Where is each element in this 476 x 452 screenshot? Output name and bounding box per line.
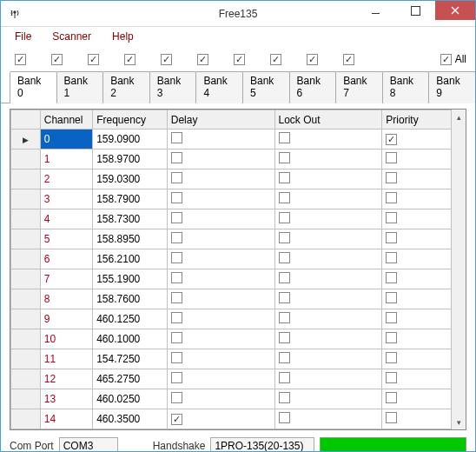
cell-frequency[interactable]: 154.7250: [93, 349, 168, 369]
lockout-checkbox[interactable]: [279, 392, 290, 403]
cell-delay[interactable]: [167, 209, 274, 229]
delay-checkbox[interactable]: [171, 152, 182, 163]
tab-bank-1[interactable]: Bank 1: [56, 71, 104, 103]
delay-checkbox[interactable]: [171, 272, 182, 283]
lockout-checkbox[interactable]: [279, 172, 290, 183]
bank-check-4[interactable]: [161, 54, 172, 65]
col-delay[interactable]: Delay: [167, 110, 274, 130]
delay-checkbox[interactable]: [171, 192, 182, 203]
channel-grid[interactable]: Channel Frequency Delay Lock Out Priorit…: [10, 110, 466, 429]
priority-checkbox[interactable]: [386, 192, 397, 203]
lockout-checkbox[interactable]: [279, 272, 290, 283]
table-row[interactable]: 13460.0250: [11, 389, 466, 409]
table-row[interactable]: 8158.7600: [11, 289, 466, 309]
cell-frequency[interactable]: 159.0300: [93, 170, 168, 189]
table-row[interactable]: 11154.7250: [11, 349, 466, 369]
delay-checkbox[interactable]: [171, 352, 182, 363]
cell-frequency[interactable]: 460.1000: [93, 329, 168, 349]
col-channel[interactable]: Channel: [40, 110, 92, 130]
cell-delay[interactable]: [167, 389, 274, 409]
lockout-checkbox[interactable]: [279, 252, 290, 263]
cell-channel[interactable]: 3: [40, 189, 92, 209]
cell-channel[interactable]: 10: [40, 329, 92, 349]
cell-channel[interactable]: 6: [40, 249, 92, 269]
table-row[interactable]: 6156.2100: [11, 249, 466, 269]
bank-check-3[interactable]: [124, 54, 136, 65]
tab-bank-8[interactable]: Bank 8: [382, 71, 430, 103]
delay-checkbox[interactable]: [171, 414, 182, 425]
row-indicator[interactable]: [11, 309, 41, 329]
row-indicator[interactable]: [11, 249, 41, 269]
cell-delay[interactable]: [167, 329, 274, 349]
cell-channel[interactable]: 4: [40, 209, 92, 229]
cell-channel[interactable]: 13: [40, 389, 92, 409]
row-indicator[interactable]: [11, 289, 41, 309]
cell-lockout[interactable]: [274, 229, 382, 249]
menu-scanner[interactable]: Scanner: [43, 29, 100, 44]
table-row[interactable]: 14460.3500: [11, 409, 466, 429]
table-row[interactable]: 10460.1000: [11, 329, 466, 349]
row-indicator[interactable]: [11, 369, 41, 389]
bank-check-0[interactable]: [15, 54, 26, 65]
col-frequency[interactable]: Frequency: [93, 110, 168, 130]
bank-check-5[interactable]: [197, 54, 208, 65]
row-indicator[interactable]: [11, 130, 41, 150]
tab-bank-2[interactable]: Bank 2: [102, 71, 150, 103]
table-row[interactable]: 7155.1900: [11, 269, 466, 289]
cell-delay[interactable]: [167, 229, 274, 249]
row-indicator[interactable]: [11, 170, 41, 189]
cell-delay[interactable]: [167, 130, 274, 150]
cell-delay[interactable]: [167, 349, 274, 369]
cell-lockout[interactable]: [274, 309, 382, 329]
cell-lockout[interactable]: [274, 289, 382, 309]
lockout-checkbox[interactable]: [279, 132, 290, 143]
menu-help[interactable]: Help: [103, 29, 142, 44]
row-indicator[interactable]: [11, 389, 41, 409]
delay-checkbox[interactable]: [171, 232, 182, 243]
cell-delay[interactable]: [167, 309, 274, 329]
priority-checkbox[interactable]: [386, 372, 397, 383]
cell-frequency[interactable]: 155.1900: [93, 269, 168, 289]
priority-checkbox[interactable]: [386, 212, 397, 223]
cell-frequency[interactable]: 158.9700: [93, 150, 168, 170]
cell-delay[interactable]: [167, 269, 274, 289]
cell-channel[interactable]: 8: [40, 289, 92, 309]
row-indicator[interactable]: [11, 349, 41, 369]
cell-lockout[interactable]: [274, 269, 382, 289]
priority-checkbox[interactable]: [386, 134, 397, 145]
delay-checkbox[interactable]: [171, 292, 182, 303]
table-row[interactable]: 4158.7300: [11, 209, 466, 229]
cell-channel[interactable]: 14: [40, 409, 92, 429]
table-row[interactable]: 12465.2750: [11, 369, 466, 389]
cell-channel[interactable]: 7: [40, 269, 92, 289]
delay-checkbox[interactable]: [171, 372, 182, 383]
cell-delay[interactable]: [167, 409, 274, 429]
priority-checkbox[interactable]: [386, 392, 397, 403]
cell-channel[interactable]: 9: [40, 309, 92, 329]
delay-checkbox[interactable]: [171, 392, 182, 403]
tab-bank-6[interactable]: Bank 6: [289, 71, 337, 103]
priority-checkbox[interactable]: [386, 252, 397, 263]
minimize-button[interactable]: [355, 1, 395, 20]
cell-channel[interactable]: 2: [40, 170, 92, 189]
cell-lockout[interactable]: [274, 150, 382, 170]
vertical-scrollbar[interactable]: ▴ ▾: [451, 110, 466, 429]
priority-checkbox[interactable]: [386, 292, 397, 303]
delay-checkbox[interactable]: [171, 252, 182, 263]
lockout-checkbox[interactable]: [279, 372, 290, 383]
priority-checkbox[interactable]: [386, 152, 397, 163]
row-indicator[interactable]: [11, 269, 41, 289]
handshake-field[interactable]: 1PRO-135(20-135): [210, 437, 314, 452]
bank-check-7[interactable]: [270, 54, 281, 65]
priority-checkbox[interactable]: [386, 352, 397, 363]
cell-lockout[interactable]: [274, 329, 382, 349]
delay-checkbox[interactable]: [171, 212, 182, 223]
delay-checkbox[interactable]: [171, 332, 182, 343]
cell-frequency[interactable]: 158.7300: [93, 209, 168, 229]
cell-delay[interactable]: [167, 189, 274, 209]
tab-bank-0[interactable]: Bank 0: [10, 71, 57, 103]
table-row[interactable]: 1158.9700: [11, 150, 466, 170]
cell-lockout[interactable]: [274, 130, 382, 150]
lockout-checkbox[interactable]: [279, 312, 290, 323]
row-indicator[interactable]: [11, 209, 41, 229]
